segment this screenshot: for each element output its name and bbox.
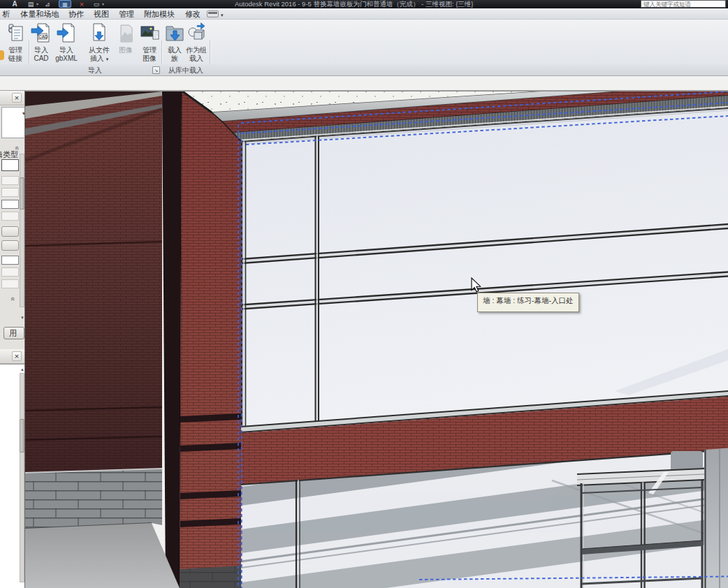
properties-close-icon[interactable]: × (12, 93, 22, 103)
close-view-icon[interactable]: × (77, 0, 87, 8)
building-3d-model (25, 91, 728, 588)
browser-scrollbar-thumb[interactable] (20, 419, 24, 453)
drawing-area-3d-view[interactable] (25, 91, 728, 588)
browser-scrollbar[interactable] (20, 373, 24, 582)
insert-from-file-dropdown-icon: ▾ (106, 57, 109, 61)
ribbon-state-toggle[interactable] (207, 10, 219, 17)
corner-brick-pier (180, 91, 241, 588)
left-palettes: × ▾ 辑类型 « « ▼ 用 × ▲ (0, 91, 25, 588)
load-as-group-icon (182, 22, 210, 46)
manage-images-icon (136, 22, 163, 46)
collapse-chevron-icon[interactable]: « (9, 297, 17, 300)
edit-type-button[interactable]: 辑类型 (0, 149, 18, 160)
element-tooltip: 墙 : 幕墙 : 练习-幕墙-入口处 (477, 293, 579, 312)
title-bar: A ▤ ▾ ⊿ ▦ × ▭ ▾ Autodesk Revit 2016 - 9-… (0, 0, 728, 8)
property-row[interactable] (1, 279, 19, 288)
apply-button[interactable]: 用 (3, 327, 24, 339)
options-bar (0, 76, 728, 91)
doc-icon[interactable]: ▤ (27, 0, 35, 8)
property-row[interactable] (1, 200, 19, 209)
measure-icon[interactable]: ⊿ (43, 0, 52, 8)
manage-links-icon (2, 22, 29, 46)
property-row[interactable] (1, 256, 19, 265)
switch-windows-icon[interactable]: ▭ (92, 0, 101, 8)
panel-label-load-from-library[interactable]: 从库中载入 (168, 65, 203, 75)
doc-dropdown-icon[interactable]: ▾ (36, 1, 38, 6)
switch-windows-dropdown-icon[interactable]: ▾ (102, 1, 104, 6)
type-selector[interactable] (1, 107, 25, 138)
ribbon-tab-row: 析 体量和场地 协作 视图 管理 附加模块 修改 ▾ (0, 8, 728, 20)
properties-scrollbar-thumb[interactable] (20, 177, 24, 210)
import-gbxml-icon (52, 22, 80, 46)
tab-analyze-partial[interactable]: 析 (3, 9, 10, 20)
tab-massing-site[interactable]: 体量和场地 (21, 9, 59, 20)
insert-from-file-icon (84, 22, 115, 46)
right-pilaster (704, 448, 728, 588)
window-title: Autodesk Revit 2016 - 9-5 替换幕墙嵌板为门和普通墙（完… (235, 0, 474, 8)
panel-label-import[interactable]: 导入 (88, 65, 102, 75)
property-button[interactable] (1, 240, 19, 251)
ribbon-panels: 管理 链接 CAD 导入 CAD (0, 20, 728, 64)
active-tool-icon[interactable]: ▦ (59, 0, 71, 8)
project-browser-close-icon[interactable]: × (12, 351, 22, 361)
svg-text:CAD: CAD (38, 34, 48, 39)
properties-palette-header[interactable]: × (0, 91, 24, 105)
infocenter-search-input[interactable] (641, 0, 726, 8)
property-value-field[interactable] (1, 159, 19, 171)
collapse-chevron-icon[interactable]: « (13, 146, 21, 149)
property-row[interactable] (1, 188, 19, 197)
image-icon (113, 22, 138, 46)
tab-modify[interactable]: 修改 (185, 9, 201, 20)
ribbon-panel-labels: 导入 从库中载入 (0, 64, 728, 76)
property-row[interactable] (1, 267, 19, 277)
tab-view[interactable]: 视图 (94, 9, 109, 20)
property-row[interactable] (1, 176, 19, 185)
import-dialog-launcher[interactable]: ↘ (152, 66, 160, 74)
import-cad-icon: CAD (28, 22, 54, 46)
app-logo-a-icon[interactable]: A (10, 0, 20, 8)
left-brick-wall (25, 91, 162, 473)
tab-collaborate[interactable]: 协作 (68, 9, 84, 20)
project-browser-header[interactable]: × (0, 349, 24, 364)
scroll-down-icon[interactable]: ▼ (20, 316, 24, 320)
ribbon-state-dropdown-icon[interactable]: ▾ (221, 13, 224, 18)
tab-addins[interactable]: 附加模块 (144, 9, 175, 20)
tab-manage[interactable]: 管理 (119, 9, 134, 20)
scroll-up-icon[interactable]: ▲ (20, 367, 24, 372)
property-button[interactable] (1, 226, 19, 237)
property-row[interactable] (1, 212, 19, 221)
properties-scrollbar[interactable] (20, 154, 24, 307)
revit-window: A ▤ ▾ ⊿ ▦ × ▭ ▾ Autodesk Revit 2016 - 9-… (0, 0, 728, 588)
